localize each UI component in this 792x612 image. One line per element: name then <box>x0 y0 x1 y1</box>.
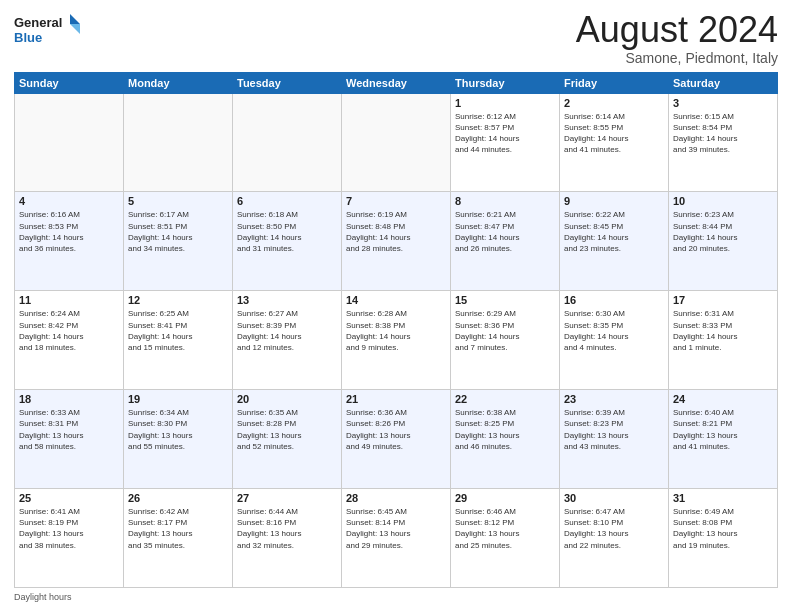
svg-marker-2 <box>70 14 80 24</box>
day-number-6: 6 <box>237 195 337 207</box>
day-info-1: Sunrise: 6:12 AM Sunset: 8:57 PM Dayligh… <box>455 111 555 156</box>
logo-svg: General Blue <box>14 10 84 50</box>
day-info-22: Sunrise: 6:38 AM Sunset: 8:25 PM Dayligh… <box>455 407 555 452</box>
day-number-2: 2 <box>564 97 664 109</box>
calendar-header-row: Sunday Monday Tuesday Wednesday Thursday… <box>15 72 778 93</box>
day-info-2: Sunrise: 6:14 AM Sunset: 8:55 PM Dayligh… <box>564 111 664 156</box>
svg-marker-3 <box>70 24 80 34</box>
calendar-cell-w2-d5: 16Sunrise: 6:30 AM Sunset: 8:35 PM Dayli… <box>560 291 669 390</box>
day-number-17: 17 <box>673 294 773 306</box>
day-info-18: Sunrise: 6:33 AM Sunset: 8:31 PM Dayligh… <box>19 407 119 452</box>
day-info-6: Sunrise: 6:18 AM Sunset: 8:50 PM Dayligh… <box>237 209 337 254</box>
calendar-cell-w1-d0: 4Sunrise: 6:16 AM Sunset: 8:53 PM Daylig… <box>15 192 124 291</box>
day-info-4: Sunrise: 6:16 AM Sunset: 8:53 PM Dayligh… <box>19 209 119 254</box>
day-number-11: 11 <box>19 294 119 306</box>
day-info-31: Sunrise: 6:49 AM Sunset: 8:08 PM Dayligh… <box>673 506 773 551</box>
calendar-cell-w3-d6: 24Sunrise: 6:40 AM Sunset: 8:21 PM Dayli… <box>669 390 778 489</box>
day-info-5: Sunrise: 6:17 AM Sunset: 8:51 PM Dayligh… <box>128 209 228 254</box>
day-number-4: 4 <box>19 195 119 207</box>
day-info-30: Sunrise: 6:47 AM Sunset: 8:10 PM Dayligh… <box>564 506 664 551</box>
day-info-8: Sunrise: 6:21 AM Sunset: 8:47 PM Dayligh… <box>455 209 555 254</box>
calendar-week-3: 18Sunrise: 6:33 AM Sunset: 8:31 PM Dayli… <box>15 390 778 489</box>
day-number-19: 19 <box>128 393 228 405</box>
header-thursday: Thursday <box>451 72 560 93</box>
day-number-25: 25 <box>19 492 119 504</box>
calendar-cell-w0-d1 <box>124 93 233 192</box>
calendar-week-2: 11Sunrise: 6:24 AM Sunset: 8:42 PM Dayli… <box>15 291 778 390</box>
day-number-7: 7 <box>346 195 446 207</box>
calendar-table: Sunday Monday Tuesday Wednesday Thursday… <box>14 72 778 588</box>
calendar-cell-w1-d1: 5Sunrise: 6:17 AM Sunset: 8:51 PM Daylig… <box>124 192 233 291</box>
header-sunday: Sunday <box>15 72 124 93</box>
calendar-week-4: 25Sunrise: 6:41 AM Sunset: 8:19 PM Dayli… <box>15 489 778 588</box>
calendar-cell-w0-d3 <box>342 93 451 192</box>
day-number-20: 20 <box>237 393 337 405</box>
header-monday: Monday <box>124 72 233 93</box>
title-block: August 2024 Samone, Piedmont, Italy <box>576 10 778 66</box>
day-number-30: 30 <box>564 492 664 504</box>
header-wednesday: Wednesday <box>342 72 451 93</box>
day-info-7: Sunrise: 6:19 AM Sunset: 8:48 PM Dayligh… <box>346 209 446 254</box>
footer: Daylight hours <box>14 592 778 602</box>
header-tuesday: Tuesday <box>233 72 342 93</box>
calendar-cell-w1-d4: 8Sunrise: 6:21 AM Sunset: 8:47 PM Daylig… <box>451 192 560 291</box>
day-info-10: Sunrise: 6:23 AM Sunset: 8:44 PM Dayligh… <box>673 209 773 254</box>
day-number-18: 18 <box>19 393 119 405</box>
calendar-cell-w3-d5: 23Sunrise: 6:39 AM Sunset: 8:23 PM Dayli… <box>560 390 669 489</box>
calendar-week-0: 1Sunrise: 6:12 AM Sunset: 8:57 PM Daylig… <box>15 93 778 192</box>
calendar-cell-w2-d1: 12Sunrise: 6:25 AM Sunset: 8:41 PM Dayli… <box>124 291 233 390</box>
day-number-10: 10 <box>673 195 773 207</box>
day-number-14: 14 <box>346 294 446 306</box>
calendar-cell-w1-d6: 10Sunrise: 6:23 AM Sunset: 8:44 PM Dayli… <box>669 192 778 291</box>
calendar-cell-w3-d3: 21Sunrise: 6:36 AM Sunset: 8:26 PM Dayli… <box>342 390 451 489</box>
calendar-cell-w2-d2: 13Sunrise: 6:27 AM Sunset: 8:39 PM Dayli… <box>233 291 342 390</box>
day-info-20: Sunrise: 6:35 AM Sunset: 8:28 PM Dayligh… <box>237 407 337 452</box>
calendar-cell-w3-d4: 22Sunrise: 6:38 AM Sunset: 8:25 PM Dayli… <box>451 390 560 489</box>
calendar-cell-w3-d0: 18Sunrise: 6:33 AM Sunset: 8:31 PM Dayli… <box>15 390 124 489</box>
day-number-27: 27 <box>237 492 337 504</box>
calendar-cell-w0-d0 <box>15 93 124 192</box>
svg-text:Blue: Blue <box>14 30 42 45</box>
calendar-cell-w0-d5: 2Sunrise: 6:14 AM Sunset: 8:55 PM Daylig… <box>560 93 669 192</box>
day-info-16: Sunrise: 6:30 AM Sunset: 8:35 PM Dayligh… <box>564 308 664 353</box>
calendar-cell-w2-d4: 15Sunrise: 6:29 AM Sunset: 8:36 PM Dayli… <box>451 291 560 390</box>
day-number-26: 26 <box>128 492 228 504</box>
day-info-25: Sunrise: 6:41 AM Sunset: 8:19 PM Dayligh… <box>19 506 119 551</box>
calendar-cell-w3-d1: 19Sunrise: 6:34 AM Sunset: 8:30 PM Dayli… <box>124 390 233 489</box>
day-info-15: Sunrise: 6:29 AM Sunset: 8:36 PM Dayligh… <box>455 308 555 353</box>
day-info-26: Sunrise: 6:42 AM Sunset: 8:17 PM Dayligh… <box>128 506 228 551</box>
calendar-cell-w4-d2: 27Sunrise: 6:44 AM Sunset: 8:16 PM Dayli… <box>233 489 342 588</box>
day-number-15: 15 <box>455 294 555 306</box>
calendar-cell-w0-d4: 1Sunrise: 6:12 AM Sunset: 8:57 PM Daylig… <box>451 93 560 192</box>
calendar-cell-w4-d6: 31Sunrise: 6:49 AM Sunset: 8:08 PM Dayli… <box>669 489 778 588</box>
calendar-cell-w2-d6: 17Sunrise: 6:31 AM Sunset: 8:33 PM Dayli… <box>669 291 778 390</box>
calendar-cell-w1-d5: 9Sunrise: 6:22 AM Sunset: 8:45 PM Daylig… <box>560 192 669 291</box>
day-info-14: Sunrise: 6:28 AM Sunset: 8:38 PM Dayligh… <box>346 308 446 353</box>
month-title: August 2024 <box>576 10 778 50</box>
day-number-9: 9 <box>564 195 664 207</box>
day-number-23: 23 <box>564 393 664 405</box>
day-info-12: Sunrise: 6:25 AM Sunset: 8:41 PM Dayligh… <box>128 308 228 353</box>
header-saturday: Saturday <box>669 72 778 93</box>
calendar-cell-w4-d5: 30Sunrise: 6:47 AM Sunset: 8:10 PM Dayli… <box>560 489 669 588</box>
day-number-8: 8 <box>455 195 555 207</box>
day-info-11: Sunrise: 6:24 AM Sunset: 8:42 PM Dayligh… <box>19 308 119 353</box>
calendar-cell-w1-d3: 7Sunrise: 6:19 AM Sunset: 8:48 PM Daylig… <box>342 192 451 291</box>
calendar-cell-w4-d1: 26Sunrise: 6:42 AM Sunset: 8:17 PM Dayli… <box>124 489 233 588</box>
day-number-24: 24 <box>673 393 773 405</box>
day-info-24: Sunrise: 6:40 AM Sunset: 8:21 PM Dayligh… <box>673 407 773 452</box>
day-number-12: 12 <box>128 294 228 306</box>
day-info-27: Sunrise: 6:44 AM Sunset: 8:16 PM Dayligh… <box>237 506 337 551</box>
calendar-cell-w4-d4: 29Sunrise: 6:46 AM Sunset: 8:12 PM Dayli… <box>451 489 560 588</box>
calendar-cell-w2-d0: 11Sunrise: 6:24 AM Sunset: 8:42 PM Dayli… <box>15 291 124 390</box>
day-number-29: 29 <box>455 492 555 504</box>
day-info-28: Sunrise: 6:45 AM Sunset: 8:14 PM Dayligh… <box>346 506 446 551</box>
logo: General Blue <box>14 10 84 50</box>
location: Samone, Piedmont, Italy <box>576 50 778 66</box>
calendar-cell-w4-d3: 28Sunrise: 6:45 AM Sunset: 8:14 PM Dayli… <box>342 489 451 588</box>
calendar-cell-w0-d6: 3Sunrise: 6:15 AM Sunset: 8:54 PM Daylig… <box>669 93 778 192</box>
svg-text:General: General <box>14 15 62 30</box>
day-number-3: 3 <box>673 97 773 109</box>
day-number-5: 5 <box>128 195 228 207</box>
day-info-13: Sunrise: 6:27 AM Sunset: 8:39 PM Dayligh… <box>237 308 337 353</box>
